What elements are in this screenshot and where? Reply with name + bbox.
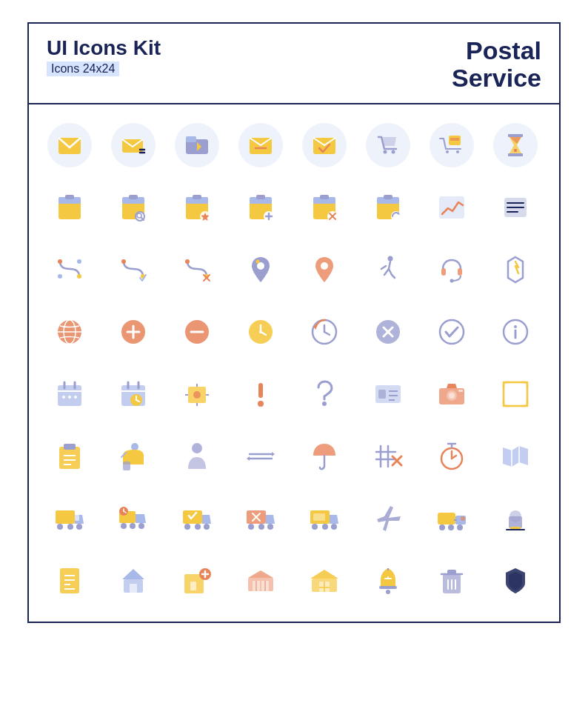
- icon-truck: [42, 491, 97, 546]
- subtitle: Icons 24x24: [47, 61, 119, 76]
- icon-stamp: [488, 491, 543, 546]
- svg-point-161: [121, 523, 127, 529]
- icon-truck-x: [233, 491, 288, 546]
- svg-point-58: [77, 259, 81, 264]
- svg-rect-135: [123, 462, 130, 470]
- icons-grid: [29, 104, 559, 622]
- icon-storehouse: [297, 553, 352, 608]
- icon-mail-check: [297, 118, 352, 173]
- icon-toy-train: [424, 491, 479, 546]
- icon-truck-delivery: [297, 491, 352, 546]
- svg-rect-48: [384, 195, 392, 199]
- svg-point-179: [322, 524, 328, 530]
- svg-point-174: [267, 524, 273, 530]
- icon-house: [106, 553, 161, 608]
- icon-exclamation: [233, 367, 288, 422]
- svg-point-10: [384, 150, 387, 153]
- svg-rect-128: [504, 382, 527, 406]
- svg-marker-206: [248, 570, 273, 578]
- svg-marker-198: [122, 569, 144, 579]
- svg-point-180: [331, 524, 337, 530]
- svg-point-14: [446, 150, 449, 153]
- title: UI Icons Kit: [47, 37, 161, 60]
- svg-point-84: [259, 330, 262, 333]
- svg-point-170: [204, 524, 210, 530]
- icon-box-star: [170, 180, 224, 235]
- icon-arrows-horizontal: [233, 429, 288, 484]
- icon-clipboard: [42, 429, 97, 484]
- svg-point-163: [138, 523, 144, 529]
- svg-point-116: [258, 401, 264, 407]
- svg-point-95: [514, 325, 517, 328]
- svg-point-59: [58, 274, 62, 279]
- svg-rect-155: [56, 510, 75, 524]
- svg-point-66: [257, 262, 264, 270]
- svg-rect-18: [514, 149, 517, 152]
- svg-point-136: [192, 443, 202, 453]
- icon-minus-circle: [170, 304, 224, 359]
- svg-point-69: [388, 256, 393, 261]
- icon-timer: [424, 429, 479, 484]
- svg-point-185: [448, 524, 454, 530]
- icon-box-refresh: [361, 180, 415, 235]
- svg-rect-71: [458, 268, 462, 276]
- svg-point-100: [62, 396, 65, 399]
- icon-truck-clock: [106, 491, 161, 546]
- svg-rect-19: [59, 202, 81, 219]
- svg-rect-30: [193, 195, 201, 199]
- icon-clock-history: [297, 304, 352, 359]
- svg-rect-5: [186, 136, 196, 142]
- svg-point-72: [450, 279, 454, 282]
- icon-clock: [233, 304, 288, 359]
- svg-rect-129: [59, 447, 80, 469]
- icon-box-search: [106, 180, 161, 235]
- icon-person: [170, 429, 224, 484]
- icon-route: [42, 242, 97, 297]
- svg-point-68: [321, 262, 328, 270]
- icon-expand: [488, 367, 543, 422]
- svg-rect-202: [190, 582, 196, 590]
- icon-add-building: [170, 553, 224, 608]
- icon-cart: [361, 118, 415, 173]
- svg-rect-21: [65, 195, 74, 199]
- svg-line-87: [324, 332, 330, 335]
- icon-check-circle: [424, 304, 479, 359]
- icon-calendar: [42, 367, 97, 422]
- icon-warehouse: [233, 553, 288, 608]
- icon-trash: [424, 553, 479, 608]
- icon-document: [42, 553, 97, 608]
- icon-fragile: [488, 242, 543, 297]
- icon-list: [488, 180, 543, 235]
- svg-point-62: [185, 259, 190, 264]
- svg-rect-181: [313, 513, 325, 521]
- icon-mail-minus: [233, 118, 288, 173]
- icon-target-box: [170, 367, 224, 422]
- svg-rect-16: [508, 134, 523, 137]
- svg-point-188: [461, 516, 465, 521]
- card: UI Icons Kit Icons 24x24 PostalService: [27, 22, 561, 623]
- svg-rect-42: [320, 195, 329, 199]
- svg-point-158: [76, 524, 82, 530]
- icon-headset: [424, 242, 479, 297]
- svg-rect-130: [64, 444, 76, 450]
- icon-envelope: [42, 118, 97, 173]
- svg-marker-138: [272, 452, 275, 456]
- svg-rect-13: [450, 138, 459, 141]
- icon-umbrella: [297, 429, 352, 484]
- svg-point-173: [258, 524, 264, 530]
- icon-id-card: [361, 367, 415, 422]
- svg-point-56: [58, 259, 62, 264]
- svg-point-92: [440, 320, 464, 344]
- svg-point-218: [386, 590, 390, 594]
- svg-rect-200: [130, 584, 137, 593]
- svg-point-15: [456, 150, 459, 153]
- icon-route-check: [106, 242, 161, 297]
- icon-location-dot: [297, 242, 352, 297]
- icon-bell: [361, 553, 415, 608]
- header-right: PostalService: [452, 37, 541, 93]
- svg-rect-127: [458, 390, 463, 392]
- icon-box-plus: [233, 180, 288, 235]
- svg-point-178: [312, 524, 318, 530]
- icon-globe: [42, 304, 97, 359]
- svg-rect-17: [508, 153, 523, 156]
